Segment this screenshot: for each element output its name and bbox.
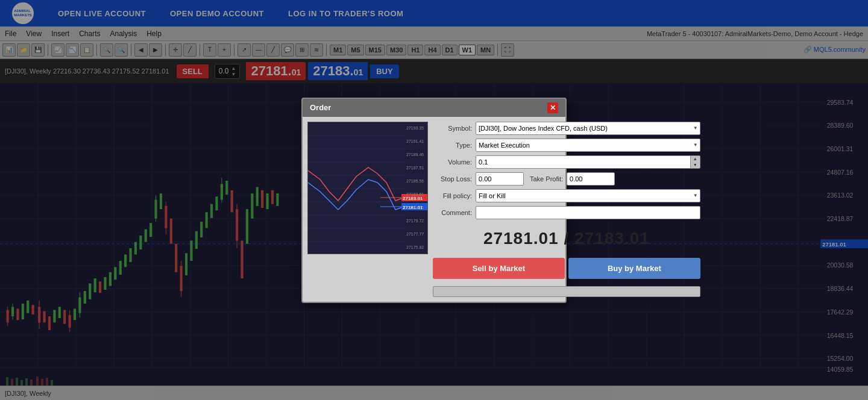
stop-loss-field[interactable] <box>476 173 524 185</box>
type-label: Type: <box>433 142 472 149</box>
dialog-body: 27183.01 27181.01 27193.35 27191.41 2718… <box>303 117 565 302</box>
sell-by-market-button[interactable]: Sell by Market <box>433 258 565 279</box>
svg-text:27187.51: 27187.51 <box>406 166 424 170</box>
take-profit-label: Take Profit: <box>530 175 563 183</box>
progress-bar <box>433 286 700 297</box>
symbol-select-wrapper[interactable]: [DJI30], Dow Jones Index CFD, cash (USD) <box>476 122 700 135</box>
mini-chart: 27183.01 27181.01 27193.35 27191.41 2718… <box>307 122 428 254</box>
fill-policy-select-wrapper[interactable]: Fill or Kill <box>476 189 700 202</box>
fill-policy-select[interactable]: Fill or Kill <box>476 189 700 202</box>
dialog-close-button[interactable]: ✕ <box>547 102 558 113</box>
form-area: Symbol: [DJI30], Dow Jones Index CFD, ca… <box>433 122 700 297</box>
take-profit-field[interactable] <box>567 173 615 185</box>
svg-text:27181.66: 27181.66 <box>406 205 424 210</box>
type-select[interactable]: Market Execution <box>476 139 700 152</box>
comment-field[interactable] <box>476 206 700 219</box>
mini-chart-svg: 27183.01 27181.01 27193.35 27191.41 2718… <box>308 122 428 254</box>
svg-text:27179.72: 27179.72 <box>406 219 424 223</box>
action-buttons: Sell by Market Buy by Market <box>433 255 700 281</box>
type-select-wrapper[interactable]: Market Execution <box>476 139 700 152</box>
svg-text:27193.35: 27193.35 <box>406 126 424 130</box>
dialog-title: Order <box>310 103 331 112</box>
volume-spinbox-buttons[interactable]: ▲ ▼ <box>690 156 700 168</box>
svg-text:27177.77: 27177.77 <box>406 232 424 236</box>
symbol-row: Symbol: [DJI30], Dow Jones Index CFD, ca… <box>433 122 700 135</box>
modal-overlay: Order ✕ <box>0 0 868 400</box>
comment-row: Comment: <box>433 206 700 219</box>
volume-field[interactable] <box>476 156 690 168</box>
svg-text:27183.61: 27183.61 <box>406 192 424 196</box>
volume-label: Volume: <box>433 158 472 166</box>
fill-policy-row: Fill policy: Fill or Kill <box>433 189 700 202</box>
stop-loss-label: Stop Loss: <box>433 175 472 183</box>
volume-spinbox[interactable]: ▲ ▼ <box>476 155 700 169</box>
svg-text:27175.82: 27175.82 <box>406 245 424 249</box>
svg-text:27189.46: 27189.46 <box>406 152 424 157</box>
svg-text:27185.56: 27185.56 <box>406 179 424 183</box>
order-dialog: Order ✕ <box>301 98 567 303</box>
stop-loss-spinbox[interactable]: ▲ ▼ <box>476 172 524 186</box>
volume-decrease-btn[interactable]: ▼ <box>691 162 700 168</box>
volume-increase-btn[interactable]: ▲ <box>691 156 700 162</box>
symbol-select[interactable]: [DJI30], Dow Jones Index CFD, cash (USD) <box>476 122 700 135</box>
volume-row: Volume: ▲ ▼ <box>433 155 700 169</box>
fill-policy-label: Fill policy: <box>433 192 472 199</box>
sl-tp-row: Stop Loss: ▲ ▼ Take Profit: ▲ ▼ <box>433 172 700 186</box>
svg-text:27191.41: 27191.41 <box>406 139 424 143</box>
buy-by-market-button[interactable]: Buy by Market <box>568 258 700 279</box>
symbol-label: Symbol: <box>433 125 472 132</box>
type-row: Type: Market Execution <box>433 139 700 152</box>
svg-text:27183.01: 27183.01 <box>403 196 423 201</box>
price-display: 27181.01 / 27183.01 <box>433 223 700 252</box>
dialog-titlebar: Order ✕ <box>303 99 565 117</box>
comment-label: Comment: <box>433 209 472 216</box>
take-profit-spinbox[interactable]: ▲ ▼ <box>567 172 615 186</box>
